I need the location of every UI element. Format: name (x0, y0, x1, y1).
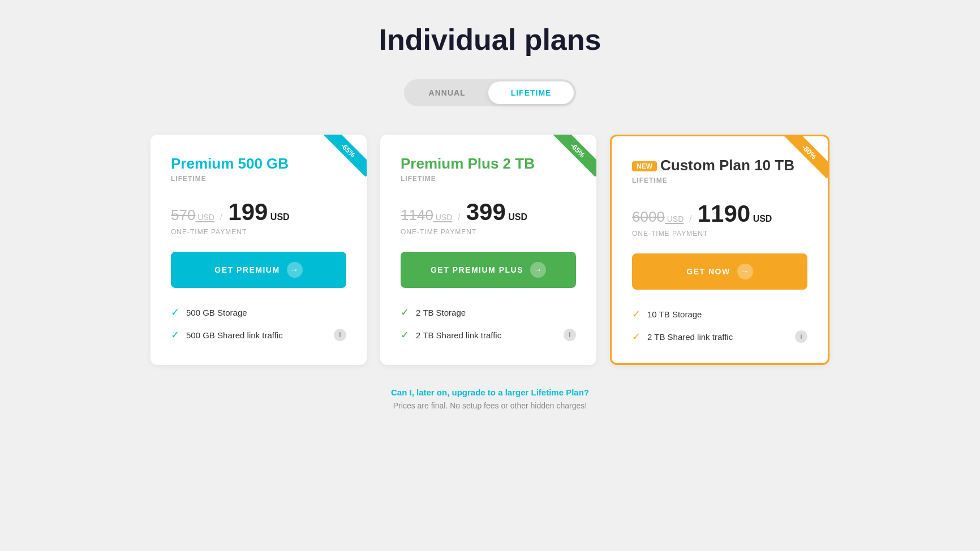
cta-button-custom-10tb[interactable]: GET NOW→ (632, 253, 807, 290)
feature-text: 500 GB Shared link traffic (186, 330, 283, 340)
current-price-premium-500: 199 USD (228, 199, 289, 226)
features-list-premium-plus-2tb: ✓2 TB Storage✓2 TB Shared link traffici (401, 306, 576, 341)
feature-item: ✓500 GB Shared link traffici (171, 329, 346, 341)
check-icon: ✓ (632, 330, 641, 343)
cta-button-premium-plus-2tb[interactable]: GET PREMIUM PLUS→ (401, 252, 576, 288)
upgrade-link[interactable]: Can I, later on, upgrade to a larger Lif… (391, 388, 589, 397)
original-price-premium-plus-2tb: 1140 USD (401, 206, 452, 224)
feature-text: 10 TB Storage (647, 309, 702, 319)
footer-note: Prices are final. No setup fees or other… (393, 401, 587, 410)
price-row-premium-plus-2tb: 1140 USD / 399 USD (401, 199, 576, 226)
info-icon[interactable]: i (564, 329, 576, 341)
current-price-premium-plus-2tb: 399 USD (466, 199, 527, 226)
cta-label-custom-10tb: GET NOW (686, 267, 730, 276)
new-badge-custom-10tb: NEW (632, 161, 657, 171)
annual-toggle-btn[interactable]: ANNUAL (406, 81, 488, 104)
check-icon: ✓ (171, 329, 179, 341)
price-row-custom-10tb: 6000 USD / 1190 USD (632, 200, 807, 227)
discount-ribbon-premium-plus-2tb: -65% (545, 135, 596, 186)
current-price-custom-10tb: 1190 USD (698, 200, 772, 227)
plan-card-premium-plus-2tb: -65%Premium Plus 2 TBLIFETIME1140 USD / … (380, 135, 596, 365)
check-icon: ✓ (401, 329, 409, 341)
discount-ribbon-premium-500: -65% (316, 135, 367, 186)
payment-note-premium-plus-2tb: ONE-TIME PAYMENT (401, 228, 576, 236)
cta-label-premium-plus-2tb: GET PREMIUM PLUS (431, 265, 523, 274)
cta-label-premium-500: GET PREMIUM (214, 265, 280, 274)
info-icon[interactable]: i (334, 329, 346, 341)
page-title: Individual plans (379, 23, 601, 57)
check-icon: ✓ (401, 306, 409, 318)
plan-card-custom-10tb: -80%NEWCustom Plan 10 TBLIFETIME6000 USD… (610, 135, 829, 365)
payment-note-premium-500: ONE-TIME PAYMENT (171, 228, 346, 236)
plans-container: -65%Premium 500 GBLIFETIME570 USD / 199 … (151, 135, 829, 365)
features-list-custom-10tb: ✓10 TB Storage✓2 TB Shared link traffici (632, 308, 807, 343)
lifetime-toggle-btn[interactable]: LIFETIME (488, 81, 574, 104)
info-icon[interactable]: i (795, 330, 807, 343)
arrow-icon: → (737, 264, 753, 279)
discount-ribbon-custom-10tb: -80% (777, 136, 828, 187)
feature-text: 2 TB Shared link traffic (647, 332, 733, 342)
original-price-custom-10tb: 6000 USD (632, 208, 684, 226)
check-icon: ✓ (632, 308, 641, 320)
footer-section: Can I, later on, upgrade to a larger Lif… (391, 388, 589, 411)
arrow-icon: → (287, 262, 303, 278)
payment-note-custom-10tb: ONE-TIME PAYMENT (632, 230, 807, 238)
features-list-premium-500: ✓500 GB Storage✓500 GB Shared link traff… (171, 306, 346, 341)
feature-text: 500 GB Storage (186, 308, 247, 317)
billing-toggle: ANNUAL LIFETIME (404, 79, 577, 106)
feature-item: ✓2 TB Shared link traffici (632, 330, 807, 343)
check-icon: ✓ (171, 306, 179, 318)
plan-card-premium-500: -65%Premium 500 GBLIFETIME570 USD / 199 … (151, 135, 367, 365)
feature-item: ✓2 TB Shared link traffici (401, 329, 576, 341)
price-row-premium-500: 570 USD / 199 USD (171, 199, 346, 226)
arrow-icon: → (530, 262, 546, 278)
feature-text: 2 TB Storage (416, 308, 466, 317)
feature-item: ✓2 TB Storage (401, 306, 576, 318)
feature-item: ✓10 TB Storage (632, 308, 807, 320)
original-price-premium-500: 570 USD (171, 206, 214, 224)
feature-item: ✓500 GB Storage (171, 306, 346, 318)
cta-button-premium-500[interactable]: GET PREMIUM→ (171, 252, 346, 288)
feature-text: 2 TB Shared link traffic (416, 330, 501, 340)
